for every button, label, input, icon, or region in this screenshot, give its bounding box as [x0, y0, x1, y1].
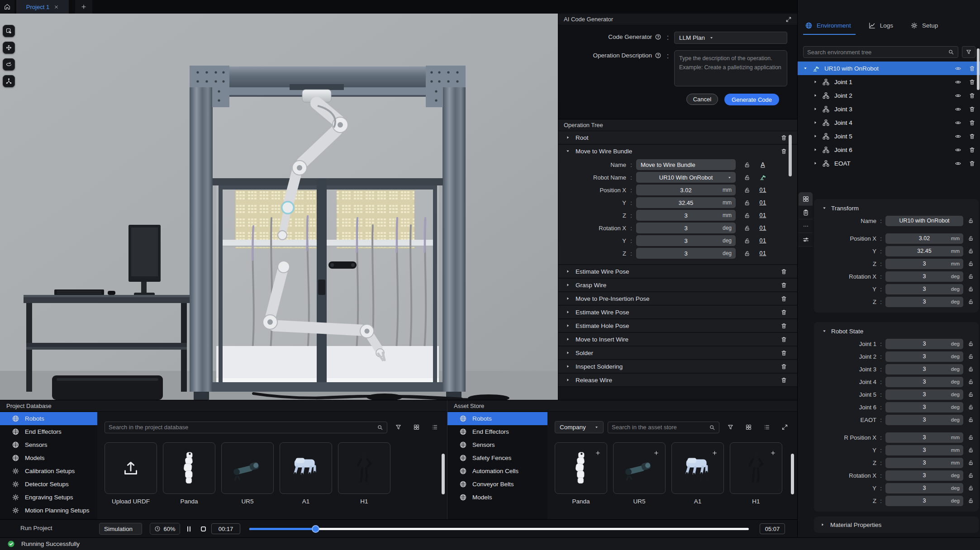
visibility-button[interactable] — [955, 106, 961, 113]
project-database-scrollbar[interactable] — [442, 454, 445, 494]
filter-button[interactable] — [962, 46, 975, 58]
help-icon[interactable] — [655, 52, 661, 59]
environment-search-input[interactable] — [807, 49, 945, 56]
playback-speed-control[interactable]: 60% — [150, 523, 180, 535]
card-ur5[interactable] — [221, 442, 274, 494]
operation-node-row[interactable]: Estimate Hole Pose — [558, 319, 797, 332]
asset-store-scrollbar[interactable] — [791, 454, 794, 494]
add-asset-button[interactable] — [650, 447, 662, 459]
property-input[interactable]: 3 deg — [885, 284, 963, 294]
card-panda[interactable] — [163, 442, 215, 494]
tree-node-joint[interactable]: Joint 1 — [798, 75, 980, 89]
lock-button[interactable] — [968, 341, 974, 347]
operation-node-row[interactable]: Grasp Wire — [558, 279, 797, 291]
lock-button[interactable] — [968, 391, 974, 398]
category-end-effectors[interactable]: End Effectors — [0, 425, 97, 438]
field-input[interactable]: Move to Wire Bundle — [636, 159, 736, 170]
lock-button[interactable] — [744, 225, 751, 232]
tree-node-joint[interactable]: Joint 6 — [798, 143, 980, 156]
expand-button[interactable] — [778, 421, 792, 433]
delete-node-button[interactable] — [780, 350, 787, 356]
code-generator-dropdown[interactable]: LLM Plan — [674, 32, 787, 44]
visibility-button[interactable] — [955, 133, 961, 140]
grid-view-button[interactable] — [409, 421, 423, 433]
select-tool-button[interactable] — [3, 25, 15, 37]
list-view-button[interactable] — [760, 421, 774, 433]
numeric-format-icon[interactable]: 01 — [760, 187, 766, 193]
property-input[interactable]: 3 deg — [885, 496, 963, 506]
visibility-button[interactable] — [955, 65, 961, 72]
caret-right-icon[interactable] — [566, 323, 570, 328]
delete-node-button[interactable] — [780, 309, 787, 316]
lock-button[interactable] — [744, 187, 751, 194]
category-robots[interactable]: Robots — [0, 412, 97, 425]
property-input[interactable]: 3 mm — [885, 259, 963, 269]
caret-right-icon[interactable] — [566, 337, 570, 341]
lock-button[interactable] — [744, 237, 751, 244]
delete-button[interactable] — [969, 133, 975, 140]
field-input[interactable]: 3 deg — [636, 235, 736, 246]
visibility-button[interactable] — [955, 160, 961, 167]
field-input[interactable]: 3 mm — [636, 210, 736, 221]
card-h1[interactable] — [338, 442, 390, 494]
caret-right-icon[interactable] — [566, 135, 570, 140]
tree-node-joint[interactable]: Joint 3 — [798, 102, 980, 116]
tree-node-joint[interactable]: Joint 5 — [798, 129, 980, 143]
lock-button[interactable] — [968, 353, 974, 360]
caret-right-icon[interactable] — [566, 296, 570, 301]
field-input[interactable]: 3 deg — [636, 248, 736, 259]
caret-right-icon[interactable] — [813, 80, 818, 84]
operation-node-row[interactable]: Estimate Wire Pose — [558, 306, 797, 318]
caret-right-icon[interactable] — [813, 134, 818, 138]
lock-button[interactable] — [744, 212, 751, 219]
home-button[interactable] — [0, 0, 14, 14]
lock-button[interactable] — [968, 261, 974, 267]
delete-node-button[interactable] — [780, 322, 787, 329]
tree-node-joint[interactable]: Joint 2 — [798, 89, 980, 102]
numeric-format-icon[interactable]: 01 — [760, 237, 766, 244]
tab-logs[interactable]: Logs — [868, 22, 893, 31]
delete-node-button[interactable] — [780, 295, 787, 302]
pause-button[interactable] — [183, 523, 195, 534]
lock-button[interactable] — [744, 250, 751, 257]
numeric-format-icon[interactable]: 01 — [760, 199, 766, 206]
visibility-button[interactable] — [955, 79, 961, 85]
caret-right-icon[interactable] — [566, 364, 570, 369]
transform-header[interactable]: Transform — [817, 202, 975, 214]
delete-button[interactable] — [969, 65, 975, 72]
timeline-thumb[interactable] — [312, 525, 319, 533]
tree-node-joint[interactable]: EOAT — [798, 156, 980, 170]
lock-button[interactable] — [968, 379, 974, 385]
caret-right-icon[interactable] — [566, 351, 570, 355]
property-input[interactable]: 3 mm — [885, 458, 963, 468]
operation-description-input[interactable] — [674, 50, 787, 86]
tab-project-1[interactable]: Project 1 — [16, 0, 69, 14]
company-filter-dropdown[interactable]: Company — [555, 421, 604, 433]
card-a1[interactable] — [280, 442, 332, 494]
card-ur5[interactable] — [613, 442, 666, 494]
caret-right-icon[interactable] — [566, 269, 570, 274]
project-database-search[interactable] — [105, 422, 387, 433]
property-input[interactable]: 3 deg — [885, 483, 963, 493]
environment-tree-scrollbar[interactable] — [977, 48, 980, 90]
add-asset-button[interactable] — [709, 447, 720, 459]
property-input[interactable]: 32.45 mm — [885, 246, 963, 256]
operation-node-row[interactable]: Release Wire — [558, 374, 797, 386]
category-detector-setups[interactable]: Detector Setups — [0, 478, 97, 491]
category-end-effectors[interactable]: End Effectors — [447, 425, 547, 438]
caret-right-icon[interactable] — [813, 147, 818, 152]
visibility-button[interactable] — [955, 119, 961, 126]
delete-node-button[interactable] — [780, 268, 787, 275]
cancel-button[interactable]: Cancel — [686, 94, 718, 105]
move-tool-button[interactable] — [3, 42, 15, 54]
operation-node-row[interactable]: Move to Wire Bundle — [558, 145, 797, 157]
material-properties-section[interactable]: Material Properties — [814, 517, 979, 533]
delete-button[interactable] — [969, 92, 975, 99]
card-upload-urdf[interactable] — [105, 442, 157, 494]
caret-right-icon[interactable] — [566, 310, 570, 314]
delete-button[interactable] — [969, 79, 975, 85]
delete-button[interactable] — [969, 106, 975, 113]
property-input[interactable]: 3.02 mm — [885, 233, 963, 244]
field-input[interactable]: 32.45 mm — [636, 197, 736, 208]
properties-sliders-button[interactable] — [799, 233, 813, 247]
